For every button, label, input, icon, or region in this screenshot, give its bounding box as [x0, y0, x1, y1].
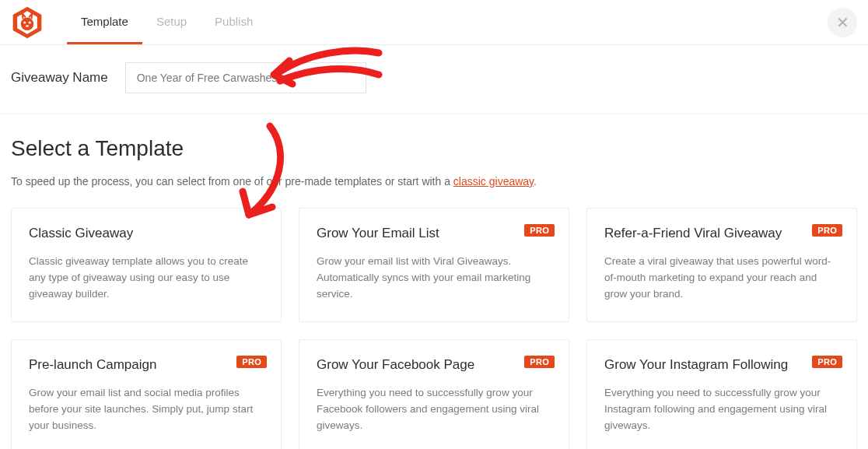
- giveaway-name-label: Giveaway Name: [11, 70, 108, 86]
- card-title: Grow Your Email List: [317, 226, 551, 241]
- card-title: Grow Your Instagram Following: [604, 357, 839, 373]
- pro-badge: PRO: [812, 356, 842, 368]
- classic-giveaway-link[interactable]: classic giveaway: [453, 175, 534, 188]
- giveaway-name-row: Giveaway Name: [0, 45, 868, 114]
- tab-template[interactable]: Template: [67, 0, 142, 44]
- giveaway-name-input[interactable]: [125, 62, 366, 93]
- card-pre-launch[interactable]: PRO Pre-launch Campaign Grow your email …: [11, 339, 282, 449]
- pro-badge: PRO: [524, 356, 555, 368]
- svg-point-5: [26, 25, 29, 27]
- svg-point-3: [23, 21, 26, 23]
- card-grow-instagram[interactable]: PRO Grow Your Instagram Following Everyt…: [586, 339, 857, 449]
- section-title: Select a Template: [11, 136, 857, 161]
- section-subtitle: To speed up the process, you can select …: [11, 175, 857, 188]
- card-title: Classic Giveaway: [29, 226, 264, 241]
- svg-point-2: [21, 17, 34, 30]
- card-title: Refer-a-Friend Viral Giveaway: [604, 226, 839, 241]
- content-area: Select a Template To speed up the proces…: [0, 114, 868, 449]
- app-logo: [9, 5, 45, 40]
- tabs: Template Setup Publish: [67, 0, 267, 44]
- card-desc: Everything you need to successfully grow…: [604, 385, 839, 434]
- card-refer-a-friend[interactable]: PRO Refer-a-Friend Viral Giveaway Create…: [586, 208, 857, 322]
- close-icon: ✕: [836, 13, 849, 32]
- card-title: Pre-launch Campaign: [29, 357, 264, 373]
- card-desc: Create a viral giveaway that uses powerf…: [604, 254, 839, 303]
- topbar: Template Setup Publish ✕: [0, 0, 868, 45]
- pro-badge: PRO: [812, 224, 842, 237]
- card-grow-email-list[interactable]: PRO Grow Your Email List Grow your email…: [299, 208, 569, 322]
- card-desc: Grow your email list with Viral Giveaway…: [317, 254, 551, 303]
- template-grid: Classic Giveaway Classic giveaway templa…: [11, 208, 857, 449]
- svg-point-4: [29, 21, 31, 23]
- card-desc: Classic giveaway template allows you to …: [29, 254, 264, 303]
- card-desc: Grow your email list and social media pr…: [29, 385, 264, 434]
- card-desc: Everything you need to successfully grow…: [317, 385, 551, 434]
- tab-publish[interactable]: Publish: [201, 0, 267, 44]
- section-sub-pre: To speed up the process, you can select …: [11, 175, 453, 188]
- tab-setup[interactable]: Setup: [142, 0, 201, 44]
- pro-badge: PRO: [236, 356, 267, 368]
- close-button[interactable]: ✕: [828, 8, 857, 37]
- card-title: Grow Your Facebook Page: [317, 357, 551, 373]
- card-grow-facebook[interactable]: PRO Grow Your Facebook Page Everything y…: [299, 339, 569, 449]
- pro-badge: PRO: [524, 224, 555, 237]
- section-sub-post: .: [534, 175, 537, 188]
- card-classic-giveaway[interactable]: Classic Giveaway Classic giveaway templa…: [11, 208, 282, 322]
